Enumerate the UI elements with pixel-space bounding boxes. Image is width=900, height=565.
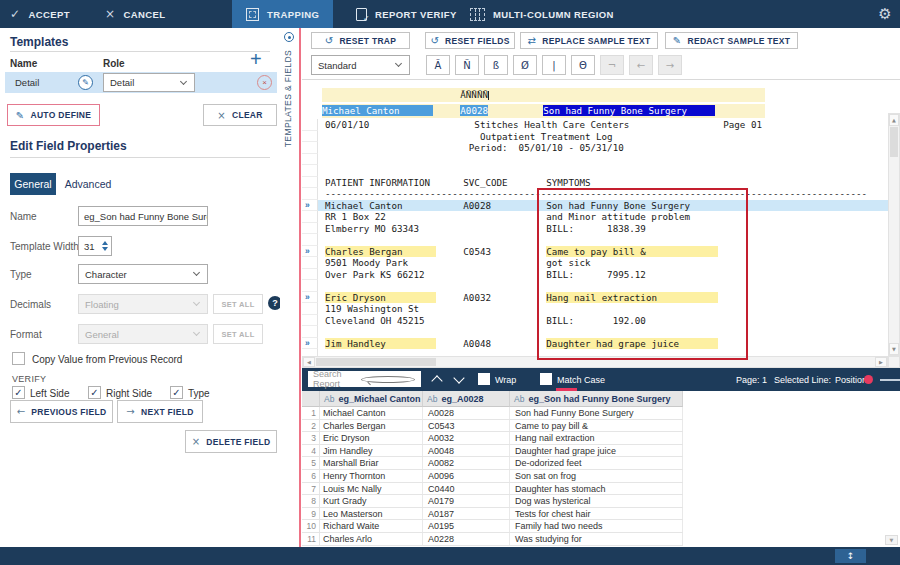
cell-symptoms[interactable]: Daughter has stomach	[510, 483, 683, 495]
table-row[interactable]: 6Henry ThorntonA0096Son sat on frog	[302, 470, 683, 483]
gutter-row[interactable]	[302, 154, 318, 166]
gutter-row[interactable]	[302, 223, 318, 235]
column-header[interactable]: Ab eg_A0028	[423, 391, 510, 407]
cell-svc-code[interactable]: A0187	[423, 508, 510, 520]
table-row[interactable]: 9Leo MastersonA0187Tests for chest hair	[302, 508, 683, 521]
cell-svc-code[interactable]: A0179	[423, 495, 510, 507]
table-corner-icon[interactable]: ▼	[885, 535, 898, 545]
gutter-row[interactable]: »	[302, 200, 318, 212]
cell-symptoms[interactable]: Tests for chest hair	[510, 508, 683, 520]
tab-multi-column-region[interactable]: MULTI-COLUMN REGION	[470, 0, 614, 28]
cell-svc-code[interactable]: C0440	[423, 483, 510, 495]
resize-panel-button[interactable]: ↕	[835, 549, 866, 563]
trap-char-button[interactable]: ß	[484, 55, 508, 75]
cell-symptoms[interactable]: Son sat on frog	[510, 470, 683, 482]
cell-patient-name[interactable]: Eric Dryson	[320, 432, 423, 444]
gutter-row[interactable]	[302, 211, 318, 223]
settings-button[interactable]: ⚙	[878, 0, 892, 28]
accept-button[interactable]: ✓ ACCEPT	[10, 0, 70, 28]
search-next-icon[interactable]	[453, 372, 464, 383]
cell-patient-name[interactable]: Charles Bergan	[320, 420, 423, 432]
cancel-button[interactable]: × CANCEL	[105, 0, 165, 28]
stepper-up-icon[interactable]	[102, 241, 108, 245]
verify-right-checkbox[interactable]: ✓	[88, 386, 101, 399]
auto-define-button[interactable]: ✎ AUTO DEFINE	[7, 104, 100, 126]
previous-field-button[interactable]: ← PREVIOUS FIELD	[10, 400, 113, 423]
gutter-row[interactable]: »	[302, 292, 318, 304]
gutter-row[interactable]	[302, 269, 318, 281]
stepper-down-icon[interactable]	[102, 247, 108, 251]
cell-svc-code[interactable]: A0082	[423, 457, 510, 469]
gutter-row[interactable]: »	[302, 246, 318, 258]
tab-report-verify[interactable]: ✓ REPORT VERIFY	[356, 0, 457, 28]
cell-patient-name[interactable]: Kurt Grady	[320, 495, 423, 507]
gutter-row[interactable]	[302, 188, 318, 200]
field-highlight[interactable]: Charles Bergan	[325, 246, 436, 257]
cell-patient-name[interactable]: Leo Masterson	[320, 508, 423, 520]
field-highlight[interactable]: Michael Canton	[322, 105, 433, 117]
match-case-checkbox[interactable]	[540, 373, 552, 385]
gutter-row[interactable]	[302, 280, 318, 292]
table-row[interactable]: 10Richard WaiteA0195Family had two needs	[302, 520, 683, 533]
column-header[interactable]: Ab eg_Son had Funny Bone Surgery	[510, 391, 683, 407]
field-highlight[interactable]: Jim Handley	[325, 338, 436, 349]
report-line[interactable]	[318, 165, 888, 177]
sample-line[interactable]: Michael Canton A0028 Son had Funny Bone …	[322, 104, 765, 118]
trap-char-button[interactable]: Ã	[426, 55, 450, 75]
report-line[interactable]: PATIENT INFORMATION SVC_CODE SYMPTOMS	[318, 177, 888, 189]
gutter-row[interactable]: »	[302, 338, 318, 350]
search-previous-icon[interactable]	[431, 375, 442, 386]
cell-symptoms[interactable]: Family had two needs	[510, 520, 683, 532]
vertical-scrollbar[interactable]: ▲ ▼	[888, 113, 900, 356]
field-highlight[interactable]: A0028	[460, 105, 488, 117]
template-role-select[interactable]: Detail	[103, 73, 195, 92]
table-row[interactable]: 3Eric DrysonA0032Hang nail extraction	[302, 432, 683, 445]
table-row[interactable]: 7Louis Mc NallyC0440Daughter has stomach	[302, 483, 683, 496]
trap-line[interactable]: ÃÑÑÑÑ	[322, 88, 765, 102]
cell-svc-code[interactable]: A0028	[423, 407, 510, 419]
search-input[interactable]: Search Report	[308, 371, 421, 387]
gutter-row[interactable]	[302, 119, 318, 131]
cell-svc-code[interactable]: A0096	[423, 470, 510, 482]
cell-svc-code[interactable]: A0032	[423, 432, 510, 444]
delete-field-button[interactable]: × DELETE FIELD	[185, 430, 277, 453]
scroll-up-icon[interactable]: ▲	[889, 114, 899, 126]
scroll-down-icon[interactable]: ▼	[889, 343, 899, 355]
column-header[interactable]: Ab eg_Michael Canton	[320, 391, 423, 407]
cell-patient-name[interactable]: Louis Mc Nally	[320, 483, 423, 495]
reset-trap-button[interactable]: ↺ RESET TRAP	[311, 32, 410, 49]
trap-char-button[interactable]: |	[542, 55, 566, 75]
field-name-input[interactable]: eg_Son had Funny Bone Surge	[78, 206, 208, 226]
table-scroll-indicator[interactable]	[556, 388, 577, 391]
edit-pencil-icon[interactable]: ✎	[78, 75, 93, 90]
scroll-right-icon[interactable]: ▶	[875, 357, 887, 367]
template-width-stepper[interactable]: 31	[78, 236, 112, 256]
scroll-left-icon[interactable]: ◀	[303, 357, 315, 367]
report-line[interactable]: Outpatient Treatment Log	[318, 131, 888, 143]
gutter-row[interactable]	[302, 131, 318, 143]
table-row[interactable]: 1Michael CantonA0028Son had Funny Bone S…	[302, 407, 683, 420]
cell-patient-name[interactable]: Henry Thornton	[320, 470, 423, 482]
report-line[interactable]: Period: 05/01/10 - 05/31/10	[318, 142, 888, 154]
auto-hide-pin-icon[interactable]	[284, 32, 294, 42]
position-slider-handle[interactable]	[864, 375, 873, 384]
redact-sample-text-button[interactable]: ✎ REDACT SAMPLE TEXT	[665, 32, 798, 49]
table-row[interactable]: 5Marshall BriarA0082De-odorized feet	[302, 457, 683, 470]
delete-template-icon[interactable]: ×	[257, 75, 272, 90]
gutter-row[interactable]	[302, 303, 318, 315]
verify-type-checkbox[interactable]: ✓	[170, 386, 183, 399]
cell-symptoms[interactable]: De-odorized feet	[510, 457, 683, 469]
cell-symptoms[interactable]: Was studying for	[510, 533, 683, 545]
field-highlight[interactable]: Eric Dryson	[325, 292, 436, 303]
trap-char-button[interactable]: Θ	[571, 55, 595, 75]
cell-patient-name[interactable]: Charles Arlo	[320, 533, 423, 545]
gutter-row[interactable]	[302, 326, 318, 338]
cell-symptoms[interactable]: Daughter had grape juice	[510, 445, 683, 457]
cell-svc-code[interactable]: A0195	[423, 520, 510, 532]
verify-left-checkbox[interactable]: ✓	[12, 386, 25, 399]
cell-symptoms[interactable]: Dog was hysterical	[510, 495, 683, 507]
gutter-row[interactable]	[302, 315, 318, 327]
next-field-button[interactable]: → NEXT FIELD	[117, 400, 203, 423]
gutter-row[interactable]	[302, 165, 318, 177]
add-template-button[interactable]: +	[250, 48, 262, 71]
